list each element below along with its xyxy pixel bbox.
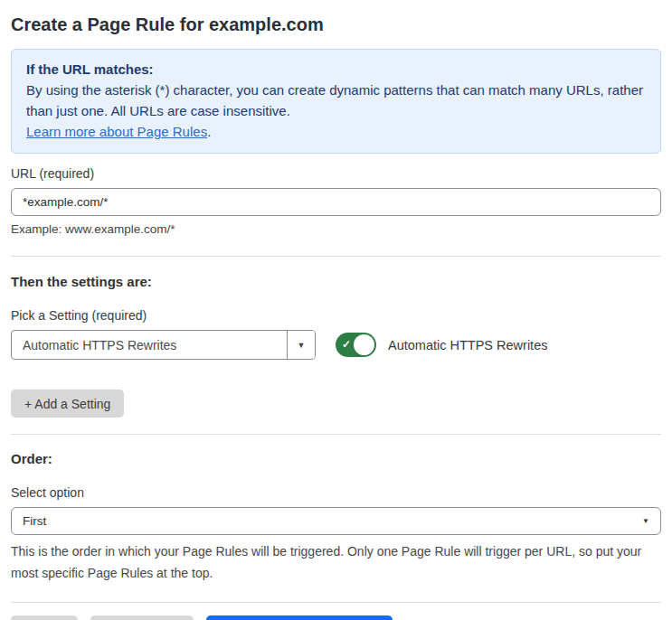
divider: [11, 602, 661, 603]
learn-more-link[interactable]: Learn more about Page Rules: [26, 124, 207, 139]
create-page-rule-panel: Create a Page Rule for example.com If th…: [0, 0, 672, 620]
url-field-label: URL (required): [11, 166, 661, 181]
page-title: Create a Page Rule for example.com: [11, 13, 661, 36]
url-input[interactable]: [11, 188, 661, 216]
toggle-label: Automatic HTTPS Rewrites: [388, 338, 547, 352]
url-matches-info-box: If the URL matches: By using the asteris…: [11, 49, 661, 154]
order-select[interactable]: First ▼: [11, 507, 661, 535]
add-setting-button[interactable]: + Add a Setting: [11, 390, 124, 418]
order-section-heading: Order:: [11, 451, 661, 466]
cancel-button[interactable]: Cancel: [11, 615, 78, 620]
toggle-knob: [354, 334, 374, 355]
setting-dropdown-value: Automatic HTTPS Rewrites: [12, 331, 287, 359]
setting-dropdown-arrow-button[interactable]: ▼: [287, 331, 315, 359]
info-box-heading: If the URL matches:: [26, 59, 646, 80]
url-example-helper: Example: www.example.com/*: [11, 222, 661, 236]
footer-actions: Cancel Save as Draft Save and Deploy Pag…: [11, 615, 661, 620]
link-suffix: .: [207, 124, 211, 139]
info-box-body: By using the asterisk (*) character, you…: [26, 80, 646, 121]
divider: [11, 256, 661, 257]
setting-row: Automatic HTTPS Rewrites ▼ ✓ Automatic H…: [11, 330, 661, 360]
order-helper-text: This is the order in which your Page Rul…: [11, 540, 658, 584]
order-select-value: First: [23, 514, 46, 528]
chevron-down-icon: ▼: [298, 341, 306, 350]
divider: [11, 434, 661, 435]
check-icon: ✓: [342, 338, 351, 351]
info-box-link-line: Learn more about Page Rules.: [26, 121, 646, 142]
save-as-draft-button[interactable]: Save as Draft: [90, 615, 194, 620]
save-and-deploy-button[interactable]: Save and Deploy Page Rule: [206, 615, 393, 620]
chevron-down-icon: ▼: [642, 517, 649, 525]
setting-dropdown[interactable]: Automatic HTTPS Rewrites ▼: [11, 330, 316, 360]
https-rewrites-toggle[interactable]: ✓: [336, 333, 376, 357]
pick-setting-label: Pick a Setting (required): [11, 308, 661, 323]
settings-section-heading: Then the settings are:: [11, 274, 661, 289]
order-select-label: Select option: [11, 485, 661, 500]
